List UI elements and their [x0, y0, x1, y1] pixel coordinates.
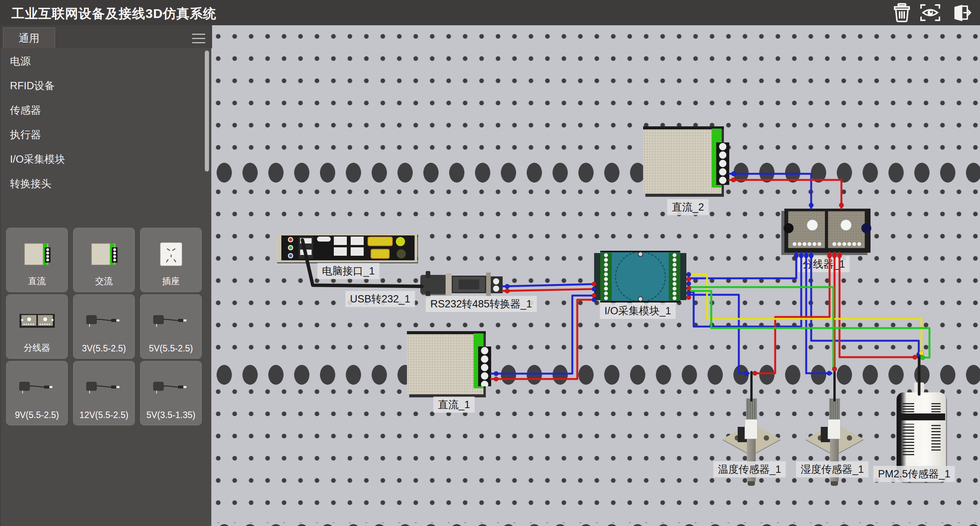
wire-connector-dot — [794, 253, 799, 258]
wire-connector-dot — [839, 203, 844, 207]
wire-connector-dot — [827, 253, 832, 258]
device-label-io: I/O采集模块_1 — [600, 303, 676, 319]
wire-connector-dot — [686, 272, 691, 277]
wire-connector-dot — [913, 355, 917, 359]
palette-tile-4[interactable]: 3V(5.5-2.5) — [73, 294, 135, 359]
exit-icon[interactable] — [950, 3, 972, 23]
app-title: 工业互联网设备及接线3D仿真系统 — [11, 5, 216, 23]
palette-tile-0[interactable]: 直流 — [6, 228, 68, 292]
palette-tile-label: 5V(5.5-2.5) — [140, 343, 201, 354]
palette-tile-label: 3V(5.5-2.5) — [74, 343, 134, 354]
power-box-icon — [7, 235, 67, 273]
device-label-pm25: PM2.5传感器_1 — [873, 466, 955, 482]
top-bar: 工业互联网设备及接线3D仿真系统 — [0, 0, 980, 25]
palette-tile-7[interactable]: 12V(5.5-2.5) — [73, 361, 135, 425]
palette-tile-label: 9V(5.5-2.5) — [7, 410, 67, 420]
wire-connector-dot — [494, 377, 498, 381]
device-label-dc1: 直流_1 — [433, 397, 475, 413]
wire-connector-dot — [744, 371, 749, 376]
sidebar-category-1[interactable]: RFID设备 — [1, 74, 212, 98]
device-label-temp: 温度传感器_1 — [713, 461, 786, 477]
wire-connector-dot — [686, 295, 691, 300]
wire-connector-dot — [592, 297, 596, 302]
sidebar-category-4[interactable]: I/O采集模块 — [1, 147, 212, 172]
wire-connector-dot — [686, 277, 691, 281]
wire-connector-dot — [686, 286, 691, 291]
wire-connector-dot — [686, 281, 691, 286]
socket-icon — [140, 235, 201, 273]
wire-blue-3 — [503, 284, 594, 286]
device-label-usb232: USB转232_1 — [345, 291, 415, 307]
wire-connector-dot — [753, 371, 757, 376]
wire-connector-dot — [809, 203, 813, 207]
wire-green-17 — [688, 291, 929, 358]
wire-connector-dot — [837, 253, 842, 258]
delete-icon[interactable] — [891, 3, 913, 23]
wire-connector-dot — [799, 253, 804, 258]
wire-connector-dot — [592, 287, 596, 291]
wire-connector-dot — [686, 291, 691, 295]
adapter-icon — [74, 368, 134, 407]
device-label-hum: 湿度传感器_1 — [796, 461, 868, 477]
device-label-rs485: RS232转485转换器_1 — [426, 296, 537, 312]
palette-tile-label: 直流 — [7, 275, 67, 287]
wire-blue-9 — [806, 253, 831, 373]
palette-tile-label: 插座 — [140, 275, 201, 287]
palette-tile-label: 交流 — [74, 275, 134, 287]
sidebar-category-3[interactable]: 执行器 — [1, 123, 212, 147]
sidebar-tabstrip: 通用 — [1, 25, 212, 48]
adapter-icon — [140, 368, 201, 407]
power-box-icon — [74, 235, 134, 273]
tab-general[interactable]: 通用 — [3, 28, 55, 48]
wire-connector-dot — [592, 293, 596, 298]
preview-icon[interactable] — [920, 3, 941, 23]
sidebar-category-5[interactable]: 转换接头 — [1, 172, 212, 196]
component-palette: 直流交流插座分线器3V(5.5-2.5)5V(5.5-2.5)9V(5.5-2.… — [1, 227, 212, 526]
wire-connector-dot — [731, 178, 736, 182]
palette-tile-2[interactable]: 插座 — [140, 228, 202, 292]
category-menu: 电源RFID设备传感器执行器I/O采集模块转换接头 — [1, 49, 212, 225]
wire-connector-dot — [505, 289, 510, 293]
menu-icon[interactable] — [192, 34, 205, 44]
palette-tile-8[interactable]: 5V(3.5-1.35) — [140, 361, 202, 425]
wire-connector-dot — [827, 371, 831, 376]
palette-tile-label: 12V(5.5-2.5) — [74, 410, 134, 420]
wire-connector-dot — [832, 367, 837, 371]
wire-connector-dot — [804, 253, 808, 258]
wire-connector-dot — [494, 371, 498, 376]
wire-red-12 — [754, 253, 830, 373]
wire-connector-dot — [809, 253, 813, 258]
wire-red-4 — [503, 289, 594, 291]
menu-scrollbar[interactable] — [205, 51, 209, 172]
palette-tile-3[interactable]: 分线器 — [6, 294, 68, 359]
splitter-icon — [7, 302, 67, 340]
sidebar-category-2[interactable]: 传感器 — [1, 98, 212, 123]
adapter-icon — [74, 302, 134, 340]
device-label-pc: 电脑接口_1 — [317, 263, 379, 279]
palette-tile-label: 分线器 — [7, 342, 67, 354]
app-window: 工业互联网设备及接线3D仿真系统 — [0, 0, 980, 526]
workspace-canvas[interactable]: 直流_2电脑接口_1USB转232_1RS232转485转换器_1I/O采集模块… — [211, 25, 980, 526]
palette-tile-label: 5V(3.5-1.35) — [140, 410, 201, 420]
sidebar-category-0[interactable]: 电源 — [1, 49, 212, 74]
palette-tile-1[interactable]: 交流 — [73, 228, 135, 292]
adapter-icon — [140, 302, 201, 340]
palette-tile-6[interactable]: 9V(5.5-2.5) — [6, 361, 68, 425]
wire-red-2 — [729, 180, 841, 209]
wire-connector-dot — [731, 172, 736, 176]
wire-blue-8 — [688, 253, 801, 327]
wire-blue-10 — [811, 253, 919, 356]
adapter-icon — [7, 368, 67, 407]
wire-connector-dot — [919, 351, 924, 355]
sidebar: 通用 电源RFID设备传感器执行器I/O采集模块转换接头 直流交流插座分线器3V… — [0, 25, 211, 526]
palette-tile-5[interactable]: 5V(5.5-2.5) — [140, 294, 202, 359]
wire-connector-dot — [592, 282, 596, 286]
wire-connector-dot — [832, 253, 837, 258]
wire-connector-dot — [505, 284, 510, 289]
wire-connector-dot — [920, 355, 925, 360]
wire-blue-11 — [688, 295, 749, 373]
device-label-dc2: 直流_2 — [667, 199, 709, 215]
